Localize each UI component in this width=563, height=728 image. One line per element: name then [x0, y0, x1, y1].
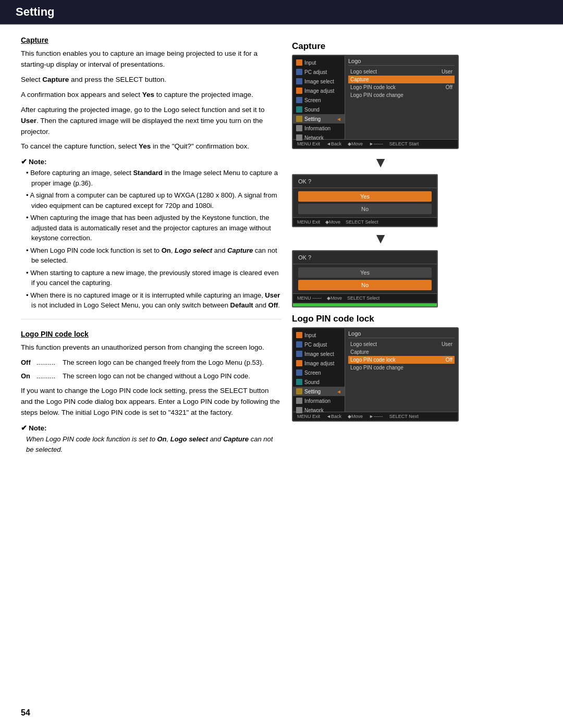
proj-row-logo-pin-change: Logo PIN code change	[348, 91, 455, 99]
capture-section: Capture This function enables you to cap…	[21, 36, 282, 311]
proj-sidebar: Input PC adjust Image select Image	[293, 56, 345, 139]
footer-skip: ►------	[369, 141, 383, 146]
right-panels: Capture Input PC adjust	[292, 41, 469, 426]
left-column: Capture This function enables you to cap…	[21, 36, 282, 460]
sidebar2-image-select: Image select	[293, 349, 345, 359]
input-icon	[296, 59, 302, 66]
proj-menu-row-logo: Input PC adjust Image select Image	[293, 328, 458, 412]
note-item-5: When starting to capture a new image, th…	[26, 268, 282, 288]
proj-row-capture: Capture	[348, 76, 455, 83]
proj-panel2-title: Logo	[348, 330, 455, 338]
image-adjust-icon	[296, 88, 302, 94]
proj-sidebar-logo: Input PC adjust Image select Image	[293, 328, 345, 412]
screen-icon	[296, 97, 302, 103]
capture-body1: This function enables you to capture an …	[21, 48, 282, 70]
image-select-label: Image select	[304, 79, 334, 84]
screen2-icon	[296, 369, 302, 376]
sidebar2-input: Input	[293, 330, 345, 340]
image-select-icon	[296, 78, 302, 84]
sidebar2-image-adjust: Image adjust	[293, 359, 345, 368]
note-item-2: A signal from a computer can be captured…	[26, 190, 282, 211]
dialog-ok1: OK ? Yes No MENU Exit ◆Move SELECT Selec…	[292, 174, 438, 227]
logo-pin-lock-value: Off	[446, 84, 452, 90]
page-number: 54	[21, 708, 30, 718]
information2-label: Information	[304, 398, 331, 404]
capture-notes: Note: Before capturing an image, select …	[21, 157, 282, 311]
input2-label: Input	[304, 332, 316, 338]
capture-body2: Select Capture and press the SELECT butt…	[21, 75, 282, 85]
footer-move: ◆Move	[348, 141, 363, 146]
sidebar-image-select: Image select	[293, 77, 345, 86]
projector-ui-logo-pin: Input PC adjust Image select Image	[292, 327, 459, 422]
sidebar-sound: Sound	[293, 105, 345, 114]
sidebar2-sound: Sound	[293, 377, 345, 387]
screen-label: Screen	[304, 97, 321, 103]
logo-pin-lock-label: Logo PIN code lock	[350, 84, 396, 90]
dialog1-no-btn: No	[298, 204, 432, 214]
note-item-1: Before capturing an image, select Standa…	[26, 168, 282, 188]
off-on-list: Off .......... The screen logo can be ch…	[21, 357, 282, 381]
capture-body5: To cancel the capture function, select Y…	[21, 141, 282, 152]
sidebar2-information: Information	[293, 396, 345, 405]
capture-title: Capture	[21, 36, 282, 44]
dialog1-yes-btn: Yes	[298, 191, 432, 202]
dialog2-no-btn: No	[298, 280, 432, 290]
input2-icon	[296, 332, 302, 338]
logo-pin-body1: This function prevents an unauthorized p…	[21, 342, 282, 353]
capture-body4: After capturing the projected image, go …	[21, 105, 282, 138]
footer2-move: ◆Move	[348, 414, 363, 419]
logo-select-value: User	[442, 69, 452, 75]
logo-pin-note-label: Note:	[21, 424, 282, 432]
logo-pin-lock2-label: Logo PIN code lock	[350, 357, 396, 363]
sound-label: Sound	[304, 107, 320, 113]
screen2-label: Screen	[304, 370, 321, 376]
proj-main-panel-logo-pin: Logo Logo select User Capture Logo PIN c…	[345, 328, 458, 412]
proj-panel-title: Logo	[348, 58, 455, 66]
page-title: Setting	[16, 5, 547, 19]
information2-icon	[296, 398, 302, 404]
setting2-icon	[296, 388, 302, 394]
capture-body3: A confirmation box appears and select Ye…	[21, 90, 282, 101]
logo-pin-notes: Note: When Logo PIN code lock function i…	[21, 424, 282, 455]
off-item: Off .......... The screen logo can be ch…	[21, 357, 282, 368]
dialog1-title: OK ?	[293, 175, 437, 188]
setting2-label: Setting	[304, 389, 321, 394]
dialog2-yes-btn: Yes	[298, 267, 432, 278]
logo-select-label: Logo select	[350, 69, 377, 75]
information-label: Information	[304, 126, 331, 131]
proj2-row-capture: Capture	[348, 348, 455, 356]
dialog2-footer-move: ◆Move	[327, 295, 342, 301]
sound-icon	[296, 106, 302, 113]
arrow-down-2: ▼	[292, 231, 469, 246]
dialog1-footer-move: ◆Move	[325, 219, 340, 225]
network2-label: Network	[304, 408, 324, 413]
dialog-ok2: OK ? Yes No MENU ------ ◆Move SELECT Sel…	[292, 250, 438, 307]
footer-back: ◄Back	[326, 141, 341, 146]
footer2-select: SELECT Next	[389, 414, 419, 419]
sidebar2-screen: Screen	[293, 368, 345, 377]
dialog2-footer-select: SELECT Select	[347, 295, 380, 301]
dialog1-footer-select: SELECT Select	[346, 219, 378, 225]
dialog2-title: OK ?	[293, 251, 437, 264]
footer-select: SELECT Start	[389, 141, 419, 146]
image-adjust2-icon	[296, 360, 302, 366]
proj2-row-logo-select: Logo select User	[348, 340, 455, 348]
on-item: On .......... The screen logo can not be…	[21, 371, 282, 381]
section-divider	[21, 319, 282, 319]
on-text: The screen logo can not be changed witho…	[63, 371, 282, 381]
footer-menu: MENU Exit	[297, 141, 320, 146]
dialog2-buttons: Yes No	[293, 264, 437, 293]
off-text: The screen logo can be changed freely fr…	[63, 357, 282, 368]
capture-right-label: Capture	[292, 41, 469, 52]
pc-adjust-icon	[296, 69, 302, 75]
footer2-back: ◄Back	[326, 414, 341, 419]
note-item-4: When Logo PIN code lock function is set …	[26, 245, 282, 266]
logo-pin-note-text: When Logo PIN code lock function is set …	[21, 434, 282, 455]
arrow-down-1: ▼	[292, 155, 469, 170]
pc-adjust2-label: PC adjust	[304, 342, 327, 348]
network-icon	[296, 134, 302, 141]
setting-icon	[296, 116, 302, 122]
sidebar-image-adjust: Image adjust	[293, 86, 345, 95]
sound2-label: Sound	[304, 379, 320, 385]
off-dots: ..........	[36, 357, 63, 368]
